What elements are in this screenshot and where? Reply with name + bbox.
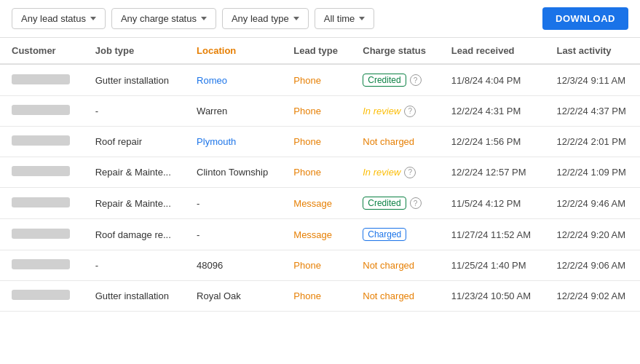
customer-placeholder [12,166,70,176]
chevron-down-icon [359,17,365,20]
customer-placeholder [12,290,70,300]
cell-charge-status: In review? [351,157,440,188]
charge-status-value: Not charged [363,260,414,271]
col-lead-type: Lead type [282,38,351,64]
cell-job-type: Repair & Mainte... [84,157,185,188]
leads-table-wrapper: Customer Job type Location Lead type Cha… [0,38,640,312]
cell-location: Warren [185,96,282,127]
status-badge: In review [363,106,400,116]
cell-last-activity: 12/2/24 1:09 PM [545,157,640,188]
cell-charge-status: In review? [351,96,440,127]
customer-placeholder [12,135,70,146]
time-range-label: All time [324,13,355,24]
charge-status-filter[interactable]: Any charge status [111,8,216,29]
status-badge: Not charged [363,290,414,301]
cell-lead-received: 12/2/24 12:57 PM [440,157,545,188]
location-link[interactable]: Romeo [197,75,227,86]
cell-charge-status: Not charged [351,281,440,312]
cell-lead-type: Phone [282,281,351,312]
status-badge: Credited [363,74,406,87]
cell-job-type: Gutter installation [84,64,185,96]
cell-customer [0,250,84,281]
charge-status-value: Charged [363,228,406,241]
time-range-filter[interactable]: All time [315,8,375,29]
charge-status-value: Not charged [363,290,414,301]
cell-job-type: - [84,96,185,127]
help-icon[interactable]: ? [404,167,416,178]
charge-status-value: Not charged [363,136,414,147]
cell-job-type: - [84,250,185,281]
cell-job-type: Roof damage re... [84,219,185,250]
table-row: Repair & Mainte...-MessageCredited?11/5/… [0,188,640,219]
charge-status-value: Credited? [363,197,421,210]
chevron-down-icon [293,17,299,20]
cell-location: 48096 [185,250,282,281]
cell-location: - [185,219,282,250]
help-icon[interactable]: ? [410,74,422,86]
help-icon[interactable]: ? [404,106,416,117]
cell-lead-type: Message [282,188,351,219]
cell-lead-received: 11/5/24 4:12 PM [440,188,545,219]
cell-lead-type: Phone [282,157,351,188]
lead-status-label: Any lead status [21,13,86,24]
cell-lead-received: 11/27/24 11:52 AM [440,219,545,250]
cell-charge-status: Credited? [351,188,440,219]
status-badge: Credited [363,197,406,210]
customer-placeholder [12,74,70,84]
table-row: Gutter installationRoyal OakPhoneNot cha… [0,281,640,312]
cell-location: Clinton Township [185,157,282,188]
cell-location[interactable]: Romeo [185,64,282,96]
cell-lead-received: 11/8/24 4:04 PM [440,64,545,96]
cell-location[interactable]: Plymouth [185,127,282,157]
status-badge: Not charged [363,136,414,147]
cell-customer [0,96,84,127]
cell-last-activity: 12/2/24 9:46 AM [545,188,640,219]
cell-customer [0,157,84,188]
cell-last-activity: 12/3/24 9:11 AM [545,64,640,96]
col-lead-received: Lead received [440,38,545,64]
help-icon[interactable]: ? [410,197,422,209]
chevron-down-icon [90,17,96,20]
cell-lead-type: Phone [282,64,351,96]
col-last-activity: Last activity [545,38,640,64]
col-charge-status: Charge status [351,38,440,64]
cell-lead-received: 11/23/24 10:50 AM [440,281,545,312]
customer-placeholder [12,259,70,269]
cell-lead-type: Phone [282,96,351,127]
charge-status-value: In review? [363,106,416,117]
cell-customer [0,219,84,250]
cell-location: - [185,188,282,219]
charge-status-value: Credited? [363,74,421,87]
customer-placeholder [12,105,70,115]
table-row: Roof damage re...-MessageCharged11/27/24… [0,219,640,250]
cell-customer [0,127,84,157]
status-badge: Not charged [363,260,414,271]
charge-status-value: In review? [363,167,416,178]
cell-charge-status: Not charged [351,127,440,157]
cell-location: Royal Oak [185,281,282,312]
cell-lead-received: 11/25/24 1:40 PM [440,250,545,281]
status-badge: In review [363,167,400,178]
lead-type-filter[interactable]: Any lead type [222,8,309,29]
col-customer: Customer [0,38,84,64]
table-row: Roof repairPlymouthPhoneNot charged12/2/… [0,127,640,157]
cell-last-activity: 12/2/24 9:20 AM [545,219,640,250]
table-row: Gutter installationRomeoPhoneCredited?11… [0,64,640,96]
leads-table: Customer Job type Location Lead type Cha… [0,38,640,312]
cell-lead-type: Phone [282,127,351,157]
cell-last-activity: 12/2/24 9:02 AM [545,281,640,312]
cell-lead-received: 12/2/24 1:56 PM [440,127,545,157]
table-row: -WarrenPhoneIn review?12/2/24 4:31 PM12/… [0,96,640,127]
cell-lead-type: Message [282,219,351,250]
download-button[interactable]: DOWNLOAD [542,7,628,30]
status-badge: Charged [363,228,406,241]
customer-placeholder [12,229,70,239]
col-job-type: Job type [84,38,185,64]
cell-customer [0,281,84,312]
top-bar: Any lead status Any charge status Any le… [0,0,640,38]
table-row: -48096PhoneNot charged11/25/24 1:40 PM12… [0,250,640,281]
location-link[interactable]: Plymouth [197,136,236,147]
cell-customer [0,64,84,96]
cell-job-type: Repair & Mainte... [84,188,185,219]
lead-status-filter[interactable]: Any lead status [12,8,106,29]
